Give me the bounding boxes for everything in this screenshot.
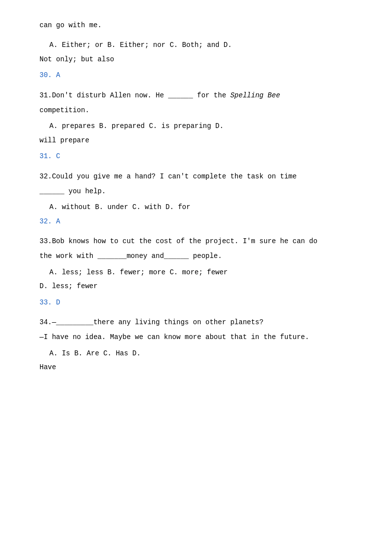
q32-options-row: A. without B. under C. with D. for	[49, 202, 353, 213]
q31-question-line1: 31.Don't disturb Allen now. He ______ fo…	[39, 90, 353, 101]
intro-line: can go with me.	[39, 20, 353, 31]
q31-block: 31.Don't disturb Allen now. He ______ fo…	[39, 90, 353, 146]
q33-question-line2: the work with _______money and______ peo…	[39, 251, 353, 261]
q34-options-row1: A. Is B. Are C. Has D.	[49, 348, 353, 359]
q34-options-row2: Have	[39, 362, 353, 373]
q34-question-line1: 34.—_________there any living things on …	[39, 317, 353, 328]
q33-options-row1: A. less; less B. fewer; more C. more; fe…	[49, 267, 353, 278]
q34-question-line2: —I have no idea. Maybe we can know more …	[39, 332, 353, 342]
q29-options-row2: Not only; but also	[39, 54, 353, 65]
q31-answer: 31. C	[39, 151, 353, 162]
q33-question-line1: 33.Bob knows how to cut the cost of the …	[39, 236, 353, 247]
q32-block: 32.Could you give me a hand? I can't com…	[39, 171, 353, 213]
q31-italic: Spelling Bee	[230, 91, 280, 99]
page-content: can go with me. A. Either; or B. Either;…	[39, 20, 353, 373]
q31-options-row2: will prepare	[39, 135, 353, 146]
q31-options-row1: A. prepares B. prepared C. is preparing …	[49, 121, 353, 131]
q33-answer: 33. D	[39, 297, 353, 308]
q32-question-line1: 32.Could you give me a hand? I can't com…	[39, 171, 353, 182]
q32-answer: 32. A	[39, 216, 353, 227]
q34-block: 34.—_________there any living things on …	[39, 317, 353, 373]
q31-question-line2: competition.	[39, 105, 353, 116]
q33-block: 33.Bob knows how to cut the cost of the …	[39, 236, 353, 292]
q29-options-row1: A. Either; or B. Either; nor C. Both; an…	[49, 40, 353, 50]
q29-answer: 30. A	[39, 70, 353, 81]
q33-options-row2: D. less; fewer	[39, 281, 353, 292]
q32-question-line2: ______ you help.	[39, 186, 353, 197]
